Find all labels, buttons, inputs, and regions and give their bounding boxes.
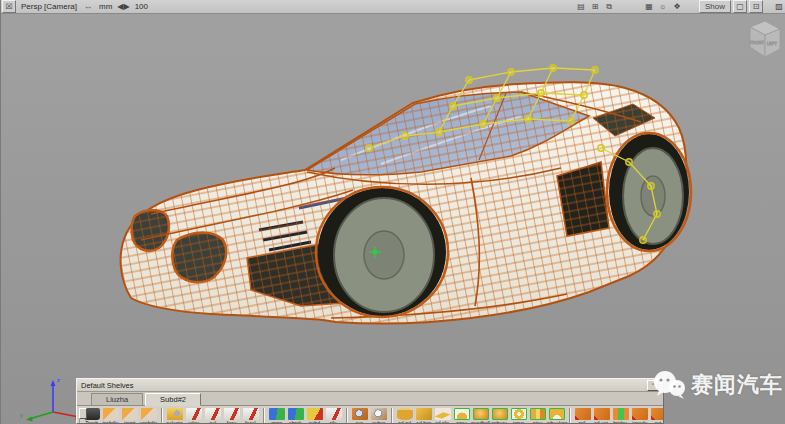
shelf-tool-label: sphere [492,421,508,424]
car-model[interactable] [111,60,701,340]
shelf-tool-label: grow [271,421,282,424]
shelf-tool-subd[interactable]: subd [305,408,324,424]
shelf-tool-insady[interactable]: insady [630,408,649,424]
shelf-tool-label: selecto [166,421,182,424]
upsbdiv-icon [141,408,157,420]
shelf-tool-face[interactable]: face [222,408,241,424]
shelf-tool-label: sd cyl [398,421,411,424]
shelf-tool-upsbdiv[interactable]: upsbdiv [139,408,158,424]
viewport-toolbar: ☒ Persp [Camera] ↔ mm ◀▶ 100 ▤ ⊞ ⧉ ▦ ☼ ❖… [1,0,785,14]
shelf-tab-liuzha[interactable]: Liuzha [91,393,143,405]
shelf-drag-gutter[interactable] [79,408,80,424]
shelf-tool-sd-box[interactable]: sd box [414,408,433,424]
shelf-tool-label: face [227,421,237,424]
shelf-tool-sel[interactable]: sel [203,408,222,424]
shelf-tool-label: bridge [613,421,627,424]
shelf-tool-edge[interactable]: edge [184,408,203,424]
cone-icon [454,408,470,420]
alias-3d-app-window: ☒ Persp [Camera] ↔ mm ◀▶ 100 ▤ ⊞ ⧉ ▦ ☼ ❖… [0,0,785,424]
y-axis-label: y [20,412,23,418]
shelf-tool-label: Trash [85,421,98,424]
perspective-viewport[interactable]: FRONT LEFT z x y [1,0,785,424]
shelf-tool-pipe[interactable]: pipe [528,408,547,424]
pick-window-icon[interactable]: ⧉ [603,1,615,12]
shelf-tool-cone[interactable]: cone [452,408,471,424]
shelf-tool-shrnk[interactable]: shrnk [286,408,305,424]
shelf-window-title: Default Shelves [81,381,647,390]
wechat-icon [651,370,687,400]
shelf-tool-bridge[interactable]: bridge [611,408,630,424]
shelf-tool-sd-ext[interactable]: sd ext [592,408,611,424]
shelf-title-bar[interactable]: Default Shelves ▫ [77,379,663,392]
shelf-tool-facel[interactable]: facel [241,408,260,424]
grid-toggle-icon[interactable]: ▦ [643,1,655,12]
zoom-value[interactable]: 100 [135,2,148,11]
shelf-tool-quadball[interactable]: quadball [471,408,490,424]
edge-icon [186,408,202,420]
shelf-tool-label: sd pln [436,421,450,424]
shelf-tool-label: upsbdiv [140,421,158,424]
shelf-tool-label: cone [456,421,467,424]
default-shelves-window: Default Shelves ▫ Liuzha Subd#2 Traships… [76,378,664,424]
sel-icon [205,408,221,420]
shelf-tool-rail[interactable]: rail [573,408,592,424]
rear-wheel[interactable] [607,133,691,251]
units-label[interactable]: mm [99,2,112,11]
imprt-icon [122,408,138,420]
shelf-tool-sd-cyl[interactable]: sd cyl [395,408,414,424]
front-wheel[interactable] [316,187,448,317]
pin-view-icon[interactable]: ⊡ [749,0,763,13]
shelf-group-divider [391,408,392,424]
sd-ext-icon [594,408,610,420]
shelf-tool-ipsbdiv[interactable]: ipsbdiv [101,408,120,424]
shelf-tab-subd2[interactable]: Subd#2 [145,393,201,406]
camera-label[interactable]: Persp [Camera] [21,2,77,11]
shade-toggle-icon[interactable]: ☼ [657,1,669,12]
maximize-view-icon[interactable]: ▢ [733,0,747,13]
shelf-tool-label: quadball [471,421,490,424]
shelf-tool-selecto[interactable]: selecto [165,408,184,424]
shelf-tool-grow[interactable]: grow [267,408,286,424]
shelf-group-divider [569,408,570,424]
insady-icon [632,408,648,420]
shelf-tool-torus[interactable]: torus [509,408,528,424]
shelf-tool-label: shrnk [289,421,301,424]
shelf-tool-sphere[interactable]: sphere [490,408,509,424]
shelf-tool-ser[interactable]: ser [350,408,369,424]
shelf-tool-label: sfu [330,421,337,424]
rail-icon [575,408,591,420]
multi-view-icon[interactable]: ❖ [671,1,683,12]
zoom-arrows-icon[interactable]: ◀▶ [117,1,129,12]
shelf-tool-label: sd ext [595,421,609,424]
shelf-tab-row: Liuzha Subd#2 [77,392,663,406]
shelf-tool-imprt[interactable]: imprt [120,408,139,424]
shelf-tool-cut[interactable]: cut [649,408,664,424]
shelf-tool-label: cut [655,421,662,424]
view-cube[interactable]: FRONT LEFT [750,21,780,57]
shelf-tool-sd-pln[interactable]: sd pln [433,408,452,424]
view-cube-front-label: FRONT [750,40,764,45]
view-cube-left-label: LEFT [767,41,777,46]
window-layout-icon[interactable]: ⊞ [589,1,601,12]
shelf-tool-label: insady [632,421,647,424]
face-icon [224,408,240,420]
shelf-tool-label: facel [245,421,256,424]
show-menu-button[interactable]: Show [699,0,731,13]
shelf-group-divider [161,408,162,424]
shelf-tool-sfu[interactable]: sfu [324,408,343,424]
bridge-icon [613,408,629,420]
display-mode-icon[interactable]: ▤ [575,1,587,12]
selecto-icon [167,408,183,420]
corner-grip-icon[interactable]: ▨ [773,1,785,12]
ser-icon [352,408,368,420]
shelf-tool-wheelarc[interactable]: wheelarc [547,408,566,424]
shelf-tool-label: wheelarc [546,421,566,424]
viewport-close-icon[interactable]: ☒ [2,0,16,13]
shelf-tool-label: sd box [416,421,431,424]
shelf-tool-label: ser [356,421,363,424]
ipsbdiv-icon [103,408,119,420]
shelf-tool-label: ipsbdiv [103,421,119,424]
shelf-tool-subur[interactable]: subur [369,408,388,424]
shelf-group-divider [346,408,347,424]
torus-icon [511,408,527,420]
